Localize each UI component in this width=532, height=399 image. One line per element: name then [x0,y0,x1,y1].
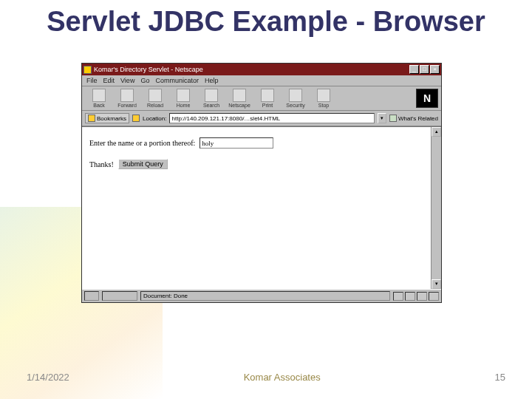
status-icon-3[interactable] [417,292,427,301]
security-button[interactable]: Security [282,89,310,108]
menubar: File Edit View Go Communicator Help [82,75,441,86]
status-icon-1[interactable] [393,292,403,301]
window-titlebar: Komar's Directory Servlet - Netscape _ □… [82,64,441,75]
page-icon [132,115,140,122]
form-prompt: Enter the name or a portion thereof: [89,139,195,147]
menu-help[interactable]: Help [205,77,219,84]
reload-icon [149,89,162,102]
location-bar: Bookmarks Location: http://140.209.121.1… [82,111,441,126]
thanks-text: Thanks! [89,160,114,168]
status-bar: Document: Done [82,289,441,302]
toolbar: Back Forward Reload Home Search Netscape… [82,86,441,111]
footer-page-number: 15 [495,372,505,383]
related-icon [389,115,397,122]
minimize-button[interactable]: _ [409,65,419,74]
related-label: What's Related [398,115,438,122]
status-lock-icon [84,291,99,301]
search-icon [205,89,218,102]
bookmarks-button[interactable]: Bookmarks [85,113,129,123]
netscape-button[interactable]: Netscape [225,89,253,108]
menu-view[interactable]: View [120,77,134,84]
submit-query-button[interactable]: Submit Query [118,159,168,169]
page-content: Enter the name or a portion thereof: hol… [82,126,441,289]
scroll-down-button[interactable]: ▾ [432,279,441,289]
location-dropdown[interactable]: ▾ [378,113,386,123]
slide-title: Servlet JDBC Example - Browser [0,7,532,37]
footer-org: Komar Associates [244,372,321,383]
scroll-up-button[interactable]: ▴ [432,127,441,137]
bookmarks-label: Bookmarks [97,115,126,122]
forward-button[interactable]: Forward [113,89,141,108]
reload-button[interactable]: Reload [141,89,169,108]
home-button[interactable]: Home [169,89,197,108]
menu-file[interactable]: File [86,77,98,84]
netscape-logo-icon: N [416,89,438,108]
search-button[interactable]: Search [197,89,225,108]
maximize-button[interactable]: □ [420,65,429,74]
status-text: Document: Done [140,291,390,301]
name-input[interactable]: holy [200,137,273,149]
menu-go[interactable]: Go [140,77,149,84]
close-button[interactable]: × [430,65,440,74]
location-input[interactable]: http://140.209.121.17:8080/…slet4.HTML [169,113,375,123]
status-icon-4[interactable] [429,292,439,301]
back-button[interactable]: Back [85,89,113,108]
location-label: Location: [143,115,166,122]
menu-edit[interactable]: Edit [103,77,115,84]
bookmark-icon [88,115,95,122]
netscape-app-icon [83,66,92,74]
status-icon-2[interactable] [405,292,415,301]
footer-date: 1/14/2022 [27,372,69,383]
home-icon [177,89,190,102]
back-icon [92,89,106,102]
netscape-icon [233,89,246,102]
browser-window: Komar's Directory Servlet - Netscape _ □… [81,63,442,303]
status-progress [102,291,137,301]
print-icon [261,89,274,102]
stop-icon [317,89,330,102]
whats-related-button[interactable]: What's Related [389,115,438,122]
forward-icon [120,89,134,102]
stop-button[interactable]: Stop [310,89,338,108]
slide-footer: 1/14/2022 Komar Associates 15 [0,372,532,383]
menu-communicator[interactable]: Communicator [155,77,199,84]
security-icon [289,89,302,102]
vertical-scrollbar[interactable]: ▴ ▾ [431,127,441,289]
print-button[interactable]: Print [253,89,282,108]
window-title: Komar's Directory Servlet - Netscape [94,66,203,73]
